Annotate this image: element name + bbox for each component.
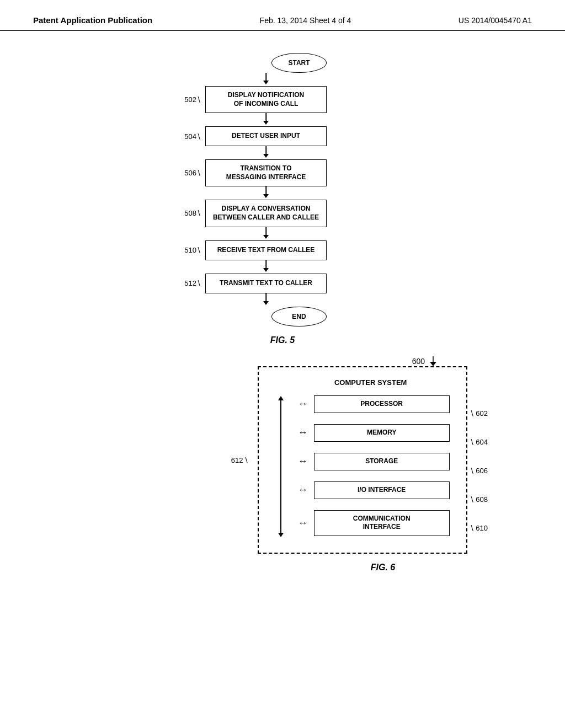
- io-box: I/O INTERFACE: [314, 481, 450, 499]
- io-row: ↔ I/O INTERFACE: [292, 481, 450, 499]
- num-606: ∖ 606: [470, 467, 488, 475]
- arrow-0: [205, 73, 327, 86]
- step-506-box: TRANSITION TOMESSAGING INTERFACE: [205, 159, 327, 186]
- component-numbers: ∖ 602 ∖ 604 ∖ 606 ∖ 608 ∖ 610: [470, 377, 488, 543]
- step-506-row: 506∖ TRANSITION TOMESSAGING INTERFACE: [172, 159, 393, 186]
- memory-row: ↔ MEMORY: [292, 424, 450, 442]
- step-502-row: 502∖ DISPLAY NOTIFICATIONOF INCOMING CAL…: [172, 86, 393, 113]
- arrow-2: [205, 146, 327, 159]
- step-512-row: 512∖ TRANSMIT TEXT TO CALLER: [172, 274, 393, 293]
- arrow-600-icon: [428, 356, 438, 366]
- step-504-row: 504∖ DETECT USER INPUT: [172, 126, 393, 146]
- end-oval: END: [271, 307, 327, 326]
- fig6-diagram: 600 612 ∖ COMPUTER SYSTEM: [33, 356, 532, 572]
- fig6-wrapper: 612 ∖ COMPUTER SYSTEM ↔: [258, 366, 488, 554]
- storage-box: STORAGE: [314, 453, 450, 470]
- computer-system-box: COMPUTER SYSTEM ↔ PROCESSOR: [258, 366, 467, 554]
- processor-row: ↔ PROCESSOR: [292, 395, 450, 413]
- arrow-storage-icon: ↔: [298, 456, 308, 467]
- arrow-5: [205, 260, 327, 274]
- patent-number-label: US 2014/0045470 A1: [459, 16, 532, 25]
- step-502-label: 502∖: [172, 95, 205, 104]
- svg-marker-4: [278, 533, 284, 537]
- step-508-label: 508∖: [172, 209, 205, 217]
- start-node: START: [172, 53, 393, 73]
- arrow-io-icon: ↔: [298, 484, 308, 496]
- fig5-caption: FIG. 5: [270, 335, 295, 345]
- page-header: Patent Application Publication Feb. 13, …: [0, 0, 565, 31]
- page-content: START 502∖ DISPLAY NOTIFICATIONOF INCOMI…: [0, 31, 565, 595]
- tick-mark: ∖: [244, 456, 248, 464]
- fig6-system-number: 600: [412, 357, 425, 366]
- num-602: ∖ 602: [470, 409, 488, 417]
- step-510-row: 510∖ RECEIVE TEXT FROM CALLEE: [172, 240, 393, 260]
- storage-row: ↔ STORAGE: [292, 453, 450, 470]
- arrow-4: [205, 227, 327, 240]
- step-508-box: DISPLAY A CONVERSATIONBETWEEN CALLER AND…: [205, 200, 327, 227]
- step-510-box: RECEIVE TEXT FROM CALLEE: [205, 240, 327, 260]
- step-508-row: 508∖ DISPLAY A CONVERSATIONBETWEEN CALLE…: [172, 200, 393, 227]
- processor-box: PROCESSOR: [314, 395, 450, 413]
- system-title: COMPUTER SYSTEM: [292, 378, 450, 387]
- step-512-box: TRANSMIT TEXT TO CALLER: [205, 274, 327, 293]
- svg-marker-1: [430, 362, 436, 366]
- publication-label: Patent Application Publication: [33, 15, 152, 25]
- bus-label-612: 612 ∖: [231, 456, 249, 464]
- arrow-processor-icon: ↔: [298, 398, 308, 410]
- end-node: END: [172, 307, 393, 326]
- memory-box: MEMORY: [314, 424, 450, 442]
- comm-row: ↔ COMMUNICATIONINTERFACE: [292, 510, 450, 536]
- arrow-memory-icon: ↔: [298, 427, 308, 438]
- step-512-label: 512∖: [172, 279, 205, 287]
- fig5-diagram: START 502∖ DISPLAY NOTIFICATIONOF INCOMI…: [33, 53, 532, 345]
- flowchart: START 502∖ DISPLAY NOTIFICATIONOF INCOMI…: [172, 53, 393, 326]
- fig6-caption: FIG. 6: [278, 563, 488, 572]
- comm-box: COMMUNICATIONINTERFACE: [314, 510, 450, 536]
- step-504-label: 504∖: [172, 132, 205, 141]
- start-oval: START: [271, 53, 327, 73]
- step-502-box: DISPLAY NOTIFICATIONOF INCOMING CALL: [205, 86, 327, 113]
- arrow-6: [205, 293, 327, 307]
- step-510-label: 510∖: [172, 246, 205, 254]
- arrow-comm-icon: ↔: [298, 517, 308, 529]
- arrow-1: [205, 113, 327, 126]
- num-610: ∖ 610: [470, 524, 488, 532]
- num-604: ∖ 604: [470, 438, 488, 446]
- vertical-bus-arrow: [274, 396, 287, 539]
- num-608: ∖ 608: [470, 495, 488, 504]
- date-sheet-label: Feb. 13, 2014 Sheet 4 of 4: [260, 16, 351, 25]
- arrow-3: [205, 186, 327, 200]
- step-504-box: DETECT USER INPUT: [205, 126, 327, 146]
- step-506-label: 506∖: [172, 169, 205, 177]
